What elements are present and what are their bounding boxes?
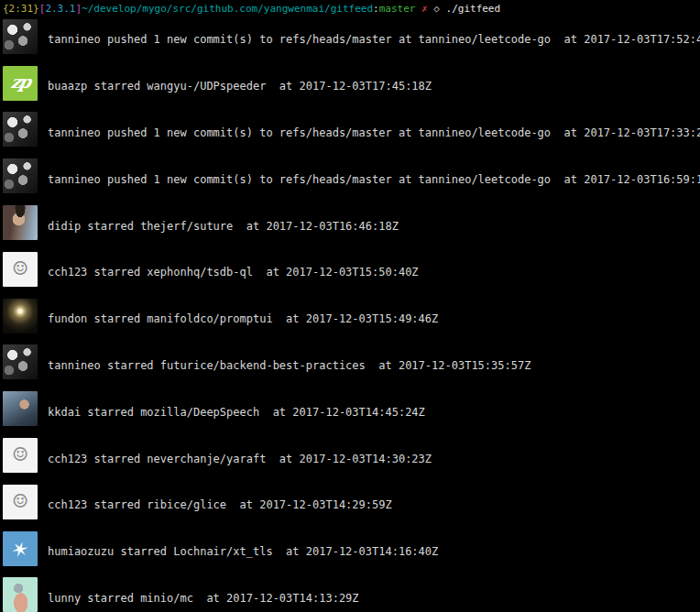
user-avatar-lunny (3, 577, 38, 612)
feed-row: ☺ cch123 starred ribice/glice at 2017-12… (0, 482, 700, 529)
user-avatar-fundon (3, 299, 38, 333)
feed-event-text: lunny starred minio/mc at 2017-12-03T14:… (48, 592, 359, 605)
feed-row: ✶ humiaozuzu starred Lochnair/xt_tls at … (0, 529, 700, 575)
feed-event-text: cch123 starred neverchanje/yaraft at 201… (48, 453, 432, 465)
feed-row: kkdai starred mozilla/DeepSpeech at 2017… (0, 388, 700, 435)
user-avatar-buaazp: zp (3, 66, 38, 101)
feed-event-text: tannineo pushed 1 new commit(s) to refs/… (48, 173, 700, 186)
prompt-git-branch: master (379, 3, 416, 15)
feed-event-text: buaazp starred wangyu-/UDPspeeder at 201… (48, 80, 432, 93)
feed-row: tannineo pushed 1 new commit(s) to refs/… (0, 16, 700, 63)
prompt-ruby-version: 2.3.1 (45, 3, 75, 15)
prompt-session-time: {2:31} (3, 3, 39, 15)
feed-event-text: cch123 starred ribice/glice at 2017-12-0… (48, 498, 392, 511)
feed-event-text: kkdai starred mozilla/DeepSpeech at 2017… (48, 406, 425, 419)
avatar-glyph: ☺ (13, 489, 27, 515)
feed-row: ☺ cch123 starred xephonhq/tsdb-ql at 201… (0, 249, 700, 296)
feed-row: ☺ cch123 starred neverchanje/yaraft at 2… (0, 435, 700, 482)
user-avatar-humiaozuzu: ✶ (3, 531, 38, 566)
gitfeed-output: tannineo pushed 1 new commit(s) to refs/… (0, 16, 700, 612)
avatar-glyph: ☺ (13, 257, 27, 282)
prompt-dirty-flag-icon: ✗ (421, 3, 428, 15)
prompt-prompt-symbol-icon: ◇ (433, 3, 440, 15)
prompt-command: ./gitfeed (440, 3, 500, 15)
avatar-glyph: zp (9, 73, 31, 93)
user-avatar-didip (3, 205, 38, 240)
feed-event-text: cch123 starred xephonhq/tsdb-ql at 2017-… (48, 266, 419, 279)
avatar-glyph: ☺ (13, 443, 27, 468)
feed-row: tannineo pushed 1 new commit(s) to refs/… (0, 156, 700, 202)
feed-event-text: fundon starred manifoldco/promptui at 20… (48, 312, 438, 325)
user-avatar-cch123: ☺ (3, 485, 38, 519)
feed-event-text: humiaozuzu starred Lochnair/xt_tls at 20… (48, 545, 438, 558)
user-avatar-cch123: ☺ (3, 438, 38, 473)
avatar-glyph: ✶ (9, 534, 31, 563)
feed-row: fundon starred manifoldco/promptui at 20… (0, 296, 700, 343)
user-avatar-tannineo (3, 19, 38, 54)
feed-row: didip starred thejerf/suture at 2017-12-… (0, 202, 700, 249)
feed-event-text: tannineo starred futurice/backend-best-p… (48, 359, 530, 372)
user-avatar-kkdai (3, 391, 38, 426)
shell-prompt: {2:31}[2.3.1]~/develop/mygo/src/github.c… (0, 0, 700, 16)
prompt-cwd-path: ~/develop/mygo/src/github.com/yangwenmai… (82, 3, 373, 15)
user-avatar-tannineo (3, 112, 38, 147)
feed-event-text: didip starred thejerf/suture at 2017-12-… (48, 220, 399, 233)
user-avatar-tannineo (3, 158, 38, 193)
user-avatar-cch123: ☺ (3, 252, 38, 287)
feed-row: zp buaazp starred wangyu-/UDPspeeder at … (0, 63, 700, 110)
feed-row: tannineo pushed 1 new commit(s) to refs/… (0, 110, 700, 157)
feed-row: tannineo starred futurice/backend-best-p… (0, 343, 700, 389)
prompt-branch-separator: : (373, 3, 379, 15)
terminal-window[interactable]: {2:31}[2.3.1]~/develop/mygo/src/github.c… (0, 0, 700, 612)
feed-event-text: tannineo pushed 1 new commit(s) to refs/… (48, 33, 700, 46)
feed-row: lunny starred minio/mc at 2017-12-03T14:… (0, 575, 700, 612)
feed-event-text: tannineo pushed 1 new commit(s) to refs/… (48, 126, 700, 139)
user-avatar-tannineo (3, 344, 38, 379)
